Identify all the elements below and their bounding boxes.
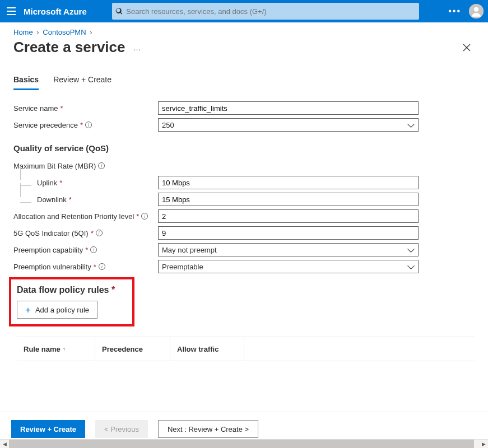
required-indicator: *	[136, 212, 139, 221]
tab-bar: Basics Review + Create	[0, 56, 488, 91]
preempt-vulnerability-label: Preemption vulnerability	[13, 263, 91, 271]
required-indicator: *	[94, 263, 96, 271]
add-policy-rule-label: Add a policy rule	[35, 306, 89, 314]
top-nav-bar: Microsoft Azure •••	[0, 0, 488, 22]
user-avatar[interactable]	[469, 4, 484, 18]
fiveqi-label: 5G QoS Indicator (5QI)	[13, 229, 89, 237]
close-button[interactable]	[459, 40, 475, 55]
page-header: Create a service …	[0, 39, 488, 56]
preempt-capability-select[interactable]: May not preempt	[158, 243, 419, 256]
more-icon[interactable]: •••	[448, 6, 461, 16]
chevron-right-icon: ›	[88, 28, 94, 36]
svg-point-1	[474, 7, 478, 12]
preempt-capability-label: Preemption capability	[13, 246, 83, 254]
required-indicator: *	[111, 285, 115, 295]
col-precedence[interactable]: Precedence	[95, 337, 170, 361]
info-icon[interactable]: i	[98, 162, 105, 169]
required-indicator: *	[91, 229, 94, 237]
sort-asc-icon: ↑	[63, 346, 66, 352]
service-precedence-label: Service precedence	[13, 121, 78, 129]
rules-table-header: Rule name ↑ Precedence Allow traffic	[17, 337, 475, 361]
required-indicator: *	[85, 246, 88, 254]
page-title: Create a service	[13, 39, 125, 56]
breadcrumb-item[interactable]: ContosoPMN	[43, 28, 86, 36]
close-icon	[463, 44, 471, 52]
menu-icon[interactable]	[4, 4, 18, 18]
brand-label: Microsoft Azure	[24, 7, 87, 16]
service-precedence-select[interactable]: 250	[158, 118, 419, 132]
downlink-label: Downlink	[37, 195, 67, 204]
required-indicator: *	[60, 104, 63, 113]
chevron-right-icon: ›	[35, 28, 40, 36]
policy-rules-highlight: Data flow policy rules * + Add a policy …	[9, 277, 134, 326]
info-icon[interactable]: i	[85, 122, 92, 128]
footer-action-bar: Review + Create < Previous Next : Review…	[0, 412, 488, 438]
breadcrumb-home[interactable]: Home	[13, 28, 33, 36]
info-icon[interactable]: i	[141, 213, 148, 220]
uplink-label: Uplink	[37, 179, 57, 187]
required-indicator: *	[59, 179, 62, 187]
more-actions-icon[interactable]: …	[125, 43, 141, 52]
add-policy-rule-button[interactable]: + Add a policy rule	[17, 301, 97, 319]
required-indicator: *	[80, 121, 83, 129]
fiveqi-input[interactable]	[158, 226, 419, 240]
tab-review-create[interactable]: Review + Create	[53, 75, 111, 90]
downlink-input[interactable]	[158, 193, 419, 206]
arp-input[interactable]	[158, 209, 419, 223]
info-icon[interactable]: i	[90, 246, 97, 253]
qos-heading: Quality of service (QoS)	[13, 134, 475, 158]
info-icon[interactable]: i	[99, 263, 105, 270]
search-icon	[115, 7, 123, 15]
col-allow-traffic[interactable]: Allow traffic	[170, 337, 244, 361]
arp-label: Allocation and Retention Priority level	[13, 212, 134, 221]
policy-rules-heading: Data flow policy rules	[17, 285, 109, 295]
horizontal-scrollbar[interactable]: ◀ ▶	[0, 439, 488, 448]
search-input[interactable]	[126, 7, 416, 16]
service-name-label: Service name	[13, 104, 58, 113]
review-create-button[interactable]: Review + Create	[11, 420, 85, 438]
mbr-label: Maximum Bit Rate (MBR)	[13, 162, 96, 170]
breadcrumb: Home › ContosoPMN ›	[0, 22, 488, 39]
tab-basics[interactable]: Basics	[13, 75, 39, 90]
plus-icon: +	[25, 305, 31, 315]
global-search[interactable]	[112, 3, 419, 20]
service-name-input[interactable]	[158, 101, 419, 115]
scroll-left-icon[interactable]: ◀	[0, 440, 9, 448]
scroll-thumb[interactable]	[9, 440, 474, 448]
col-rule-name[interactable]: Rule name ↑	[17, 337, 95, 361]
preempt-vulnerability-select[interactable]: Preemptable	[158, 260, 419, 273]
info-icon[interactable]: i	[96, 230, 103, 236]
previous-button[interactable]: < Previous	[95, 420, 148, 438]
uplink-input[interactable]	[158, 176, 419, 189]
form-basics: Service name * Service precedence * i 25…	[0, 91, 488, 367]
next-button[interactable]: Next : Review + Create >	[158, 420, 258, 438]
scroll-right-icon[interactable]: ▶	[479, 440, 488, 448]
required-indicator: *	[69, 195, 72, 204]
